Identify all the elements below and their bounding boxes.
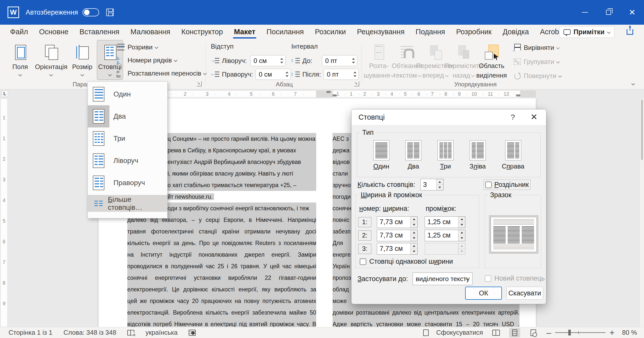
vertical-scrollbar[interactable] — [640, 98, 644, 327]
zoom-slider-thumb[interactable] — [568, 330, 571, 335]
page-setup-small-button[interactable]: Розриви — [114, 41, 208, 53]
spin-down-button[interactable] — [458, 235, 465, 241]
indent-right-spinner[interactable]: 0 см — [256, 69, 291, 80]
document-text-line[interactable]: цей же проміжок часу 20 працюючих на пов… — [127, 295, 316, 307]
separator-checkbox[interactable]: Роздільник — [484, 180, 530, 190]
document-text-line[interactable]: електростанцій. Вироблена кількість енер… — [127, 307, 316, 318]
document-text-line[interactable]: проводилися в полуденний час 25 і 26 тра… — [127, 260, 316, 272]
proofing-errors-icon[interactable] — [127, 330, 134, 335]
save-icon[interactable] — [106, 9, 114, 16]
ribbon-tab[interactable]: Рецензування — [351, 25, 410, 39]
spin-up-button[interactable] — [411, 243, 417, 249]
column-gap-spinner[interactable] — [425, 243, 465, 255]
accessibility-icon[interactable] — [189, 330, 196, 336]
ribbon-tab[interactable]: Файл — [5, 25, 33, 39]
ribbon-tab[interactable]: Посилання — [261, 25, 309, 39]
cancel-button[interactable]: Скасувати — [506, 287, 543, 300]
spin-up-button[interactable] — [458, 217, 465, 222]
restore-button[interactable] — [597, 0, 620, 25]
document-text-line[interactable]: сонячні енергетичні установки виробляли … — [127, 272, 316, 284]
column-preset[interactable]: Два — [405, 140, 421, 170]
comments-button[interactable]: Примітки — [559, 26, 614, 38]
document-text-line[interactable]: кількість енергії за день. Про це повідо… — [127, 237, 316, 249]
column-preset[interactable]: Три — [437, 140, 454, 170]
columns-menu-item[interactable]: Два — [88, 105, 167, 127]
focus-mode-button[interactable]: Сфокусуватися — [436, 329, 483, 336]
spin-down-button[interactable] — [411, 249, 417, 254]
spin-down-button[interactable] — [411, 235, 417, 241]
indent-left-spinner[interactable]: 0 см — [250, 55, 286, 66]
column-gap-spinner[interactable]: 1,25 см — [425, 216, 465, 228]
indent-marker[interactable] — [333, 94, 337, 96]
columns-menu-item[interactable]: Праворуч — [88, 172, 167, 194]
ok-button[interactable]: ОК — [465, 287, 502, 300]
spacing-before-spinner[interactable]: 0 пт — [322, 55, 357, 66]
column-gap-spinner[interactable]: 1,25 см — [425, 230, 465, 241]
ribbon-tab[interactable]: Основне — [33, 25, 74, 39]
document-text-line[interactable]: домівки розташовані далеко від центральн… — [333, 307, 519, 318]
columns-menu-item[interactable]: Один — [88, 83, 167, 105]
close-button[interactable]: ✕ — [620, 0, 644, 25]
document-text-line[interactable]: на Інститут індустрії поновлюваних джере… — [127, 249, 316, 260]
paragraph-dialog-launcher[interactable] — [354, 81, 359, 86]
web-layout-button[interactable] — [528, 328, 539, 337]
spin-down-button[interactable] — [458, 249, 465, 254]
page-setup-big-button[interactable]: Поля — [7, 40, 33, 80]
print-layout-button[interactable] — [509, 328, 520, 337]
ribbon-tab[interactable]: Малювання — [125, 25, 176, 39]
ribbon-tab[interactable]: Макет — [228, 25, 261, 39]
page-setup-small-button[interactable]: Номери рядків — [114, 54, 208, 66]
ribbon-tab[interactable]: Розробник — [451, 25, 497, 39]
page-setup-big-button[interactable]: Орієнтація — [35, 40, 68, 80]
document-text-line[interactable]: травня фотоелектричні станції країни отр… — [127, 226, 316, 237]
tab-selector[interactable]: L — [2, 90, 8, 97]
dialog-help-button[interactable]: ? — [511, 113, 515, 121]
spacing-after-spinner[interactable]: 0 пт — [324, 69, 359, 80]
document-text-line[interactable]: відсотків потреб Німеччини в електриці п… — [127, 318, 316, 327]
arrange-side-button[interactable]: Групувати — [513, 56, 561, 68]
spin-down-button[interactable] — [436, 185, 443, 190]
arrange-side-button[interactable]: Повернути — [513, 70, 561, 82]
ribbon-tab[interactable]: Конструктор — [176, 25, 228, 39]
zoom-out-button[interactable]: – — [546, 328, 551, 337]
dialog-close-button[interactable]: ✕ — [531, 112, 538, 122]
page-setup-dialog-launcher[interactable] — [197, 81, 202, 86]
column-width-spinner[interactable]: 7,73 см — [377, 243, 418, 255]
equal-width-checkbox[interactable]: Стовпці однакової ширини — [360, 258, 453, 265]
spin-up-button[interactable] — [411, 217, 417, 222]
column-width-spinner[interactable]: 7,73 см — [377, 216, 418, 228]
spin-up-button[interactable] — [458, 230, 465, 235]
ribbon-tab[interactable]: Розсилки — [309, 25, 351, 39]
columns-menu-item[interactable]: Ліворуч — [88, 150, 167, 172]
indent-marker[interactable] — [327, 91, 331, 93]
collapse-ribbon-icon[interactable] — [631, 82, 635, 85]
ribbon-tab[interactable]: Довідка — [497, 25, 534, 39]
spin-down-button[interactable] — [458, 222, 465, 228]
share-button[interactable] — [624, 27, 635, 37]
word-count[interactable]: Слова: 348 із 348 — [63, 329, 116, 336]
page-indicator[interactable]: Сторінка 1 із 1 — [9, 329, 52, 336]
page-setup-big-button[interactable]: Розмір — [69, 40, 95, 80]
column-count-spinner[interactable]: 3 — [420, 179, 444, 190]
document-text-line[interactable]: Адже вартість установки може становити 1… — [333, 318, 519, 327]
language-indicator[interactable]: українська — [145, 329, 178, 336]
right-indent-marker[interactable] — [516, 94, 520, 96]
spin-up-button[interactable] — [411, 230, 417, 235]
columns-menu-item[interactable]: Три — [88, 127, 167, 150]
arrange-side-button[interactable]: Вирівняти — [513, 42, 561, 54]
column-preset[interactable]: Справа — [502, 140, 525, 170]
page-setup-small-button[interactable]: Розставлення переносів — [114, 67, 208, 79]
zoom-slider[interactable] — [555, 332, 606, 333]
more-columns-menu-item[interactable]: Більше стовпців… — [88, 195, 167, 212]
zoom-level[interactable]: 80 % — [622, 329, 637, 336]
arrange-button[interactable]: Переміститиназад — [449, 40, 477, 80]
spin-up-button[interactable] — [436, 179, 443, 185]
read-mode-button[interactable] — [491, 328, 502, 337]
apply-to-select[interactable]: виділеного тексту — [413, 273, 472, 285]
minimize-button[interactable] — [573, 0, 597, 25]
arrange-button[interactable]: Розта-шування — [365, 40, 393, 80]
ribbon-tab[interactable]: Подання — [410, 25, 451, 39]
column-width-spinner[interactable]: 7,73 см — [377, 230, 418, 241]
document-text-line[interactable]: електроенергії. Це дорівнює кількості ен… — [127, 284, 316, 295]
column-preset[interactable]: Зліва — [469, 140, 486, 170]
